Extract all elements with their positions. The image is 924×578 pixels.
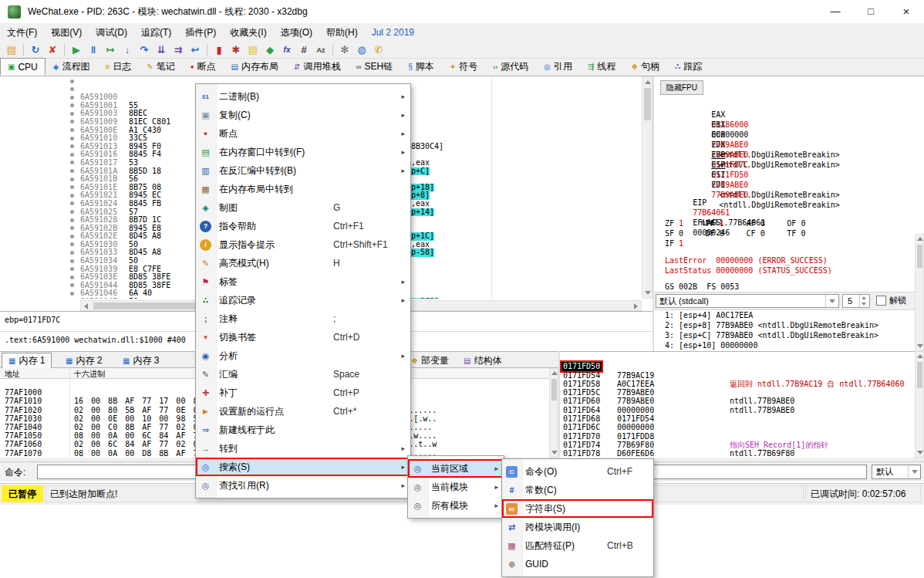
notes-toolbar-icon[interactable]: ▤: [244, 42, 261, 58]
context-menu-item[interactable]: i 显示指令提示 Ctrl+Shift+F1: [196, 235, 410, 254]
settings-gear-icon[interactable]: ✱: [228, 42, 244, 58]
unlock-checkbox[interactable]: 解锁: [876, 295, 906, 306]
menubar-item[interactable]: 插件(P): [178, 23, 223, 42]
tab-references[interactable]: ◎ 引用: [536, 58, 580, 76]
breakpoint-dot[interactable]: [70, 87, 74, 91]
submenu-item[interactable]: ▦ 匹配特征(P) Ctrl+B: [502, 536, 653, 555]
context-menu-item[interactable]: ◎ 查找引用(R) ▸: [196, 476, 410, 495]
stack-row[interactable]: 0171FD70 77B69F80 ntdll.77B69F80: [560, 423, 915, 431]
breakpoint-dot[interactable]: [70, 292, 74, 296]
maximize-button[interactable]: □: [853, 0, 889, 23]
menubar-item[interactable]: 调试(D): [89, 23, 134, 42]
cpu-flag[interactable]: SF 0: [665, 228, 703, 238]
arguments-vscrollbar[interactable]: [915, 234, 924, 351]
breakpoint-dot[interactable]: [70, 103, 74, 107]
tab-memory-2[interactable]: ▦ 内存 2: [59, 353, 109, 369]
breakpoint-dot[interactable]: [70, 144, 74, 148]
context-menu-item[interactable]: ▣ 复制(C) ▸: [196, 106, 410, 124]
call-argument-row[interactable]: 4: [esp+10] 00000000: [665, 340, 913, 350]
menubar-item[interactable]: 视图(V): [44, 23, 89, 42]
tab-memory-3[interactable]: ▦ 内存 3: [116, 353, 166, 369]
call-argument-row[interactable]: 3: [esp+C] 77B9ABE0 <ntdll.DbgUiRemoteBr…: [665, 330, 913, 340]
submenu-item[interactable]: az 字符串(S): [502, 499, 653, 518]
case-icon[interactable]: Az: [312, 42, 329, 58]
cpu-flag[interactable]: CF 0: [747, 228, 785, 238]
submenu-item[interactable]: # 常数(C): [502, 481, 653, 499]
stack-row[interactable]: 0171FD7C 0171FD8C: [560, 449, 915, 458]
tab-threads[interactable]: ⇶ 线程: [580, 58, 623, 76]
trace-into-icon[interactable]: ⇊: [153, 42, 170, 58]
pause-icon[interactable]: ‖: [85, 42, 102, 58]
breakpoint-dot[interactable]: [70, 259, 74, 263]
context-menu-item[interactable]: ● 断点 ▸: [196, 124, 410, 143]
context-menu-item[interactable]: ⇒ 新建线程于此: [196, 421, 410, 439]
context-menu-item[interactable]: ✚ 补丁 Ctrl+P: [196, 384, 410, 402]
tab-call-stack[interactable]: ⇵ 调用堆栈: [286, 58, 348, 76]
register-row[interactable]: EAX 01186000: [665, 100, 921, 110]
context-menu-item[interactable]: ✎ 高亮模式(H) H: [196, 254, 410, 272]
step-over-icon[interactable]: ↷: [136, 42, 153, 58]
restart-icon[interactable]: ↻: [27, 42, 44, 58]
menubar-item[interactable]: 收藏夹(I): [223, 23, 273, 42]
stack-row[interactable]: 0171FD78 00000000: [560, 441, 915, 449]
submenu-item[interactable]: ◎ 当前区域 ▸: [408, 459, 504, 478]
breakpoint-dot[interactable]: [70, 96, 74, 100]
cpu-flag[interactable]: TF 0: [787, 228, 825, 238]
hash-icon[interactable]: #: [295, 42, 312, 58]
breakpoint-dot[interactable]: [70, 194, 74, 198]
tab-struct[interactable]: ▤ 结构体: [457, 353, 508, 369]
tab-memory-1[interactable]: ▦ 内存 1: [2, 353, 52, 369]
tab-memory-map[interactable]: ▤ 内存布局: [224, 58, 286, 76]
tab-seh-chain[interactable]: ∞ SEH链: [348, 58, 400, 76]
tab-log[interactable]: ≡ 日志: [98, 58, 140, 76]
calling-convention-select[interactable]: 默认 (stdcall): [656, 294, 839, 308]
breakpoint-dot[interactable]: [70, 112, 74, 116]
stack-vscrollbar[interactable]: [915, 351, 924, 458]
context-menu-item[interactable]: ◉ 分析 ▸: [196, 346, 410, 365]
context-menu-item[interactable]: → 转到 ▸: [196, 439, 410, 458]
stack-row[interactable]: 0171FD58 77B9ABE0 ntdll.77B9ABE0: [560, 371, 915, 380]
tab-breakpoints[interactable]: ● 断点: [183, 58, 224, 76]
breakpoint-dot[interactable]: [70, 226, 74, 230]
call-argument-row[interactable]: 2: [esp+8] 77B9ABE0 <ntdll.DbgUiRemoteBr…: [665, 320, 913, 330]
command-mode-select[interactable]: 默认: [872, 465, 921, 479]
trace-over-icon[interactable]: ⇉: [170, 42, 187, 58]
context-menu-item[interactable]: ✎ 汇编 Space: [196, 365, 410, 384]
context-menu-item[interactable]: ◎ 搜索(S) ▸: [196, 458, 410, 476]
context-menu-item[interactable]: ▤ 在内存窗口中转到(F) ▸: [196, 143, 410, 161]
stack-row[interactable]: 0171FD50 77B9AC19 返回到 ntdll.77B9AC19 自 n…: [560, 353, 915, 362]
submenu-item[interactable]: ◎ 当前模块 ▸: [408, 478, 504, 496]
breakpoint-dot[interactable]: [70, 120, 74, 123]
execute-return-icon[interactable]: ↩: [187, 42, 204, 58]
breakpoint-dot[interactable]: [70, 283, 74, 287]
tab-locals[interactable]: ❖ 部变量: [404, 353, 456, 369]
menubar-item[interactable]: 追踪(T): [134, 23, 178, 42]
context-menu-item[interactable]: ▶ 设置新的运行点 Ctrl+*: [196, 402, 410, 421]
breakpoint-dot[interactable]: [70, 185, 74, 189]
breakpoint-dot[interactable]: [70, 153, 74, 157]
cpu-flag[interactable]: PF 1: [706, 218, 744, 228]
submenu-item[interactable]: ⊕ GUID: [502, 555, 653, 573]
breakpoint-dot[interactable]: [70, 210, 74, 214]
tab-script[interactable]: § 脚本: [400, 58, 442, 76]
menubar-item[interactable]: 选项(O): [274, 23, 319, 42]
globe-icon[interactable]: ◍: [353, 42, 370, 58]
breakpoint-dot[interactable]: [70, 267, 74, 271]
tab-cpu[interactable]: ▣ CPU: [0, 58, 46, 76]
stack-row[interactable]: 0171FD60 00000000: [560, 388, 915, 397]
memory-vscrollbar[interactable]: [549, 368, 558, 458]
tab-notes[interactable]: ✎ 笔记: [139, 58, 182, 76]
breakpoint-dot[interactable]: [70, 177, 74, 181]
fx-icon[interactable]: fx: [278, 42, 295, 58]
step-into-icon[interactable]: ↓: [119, 42, 136, 58]
breakpoint-dot[interactable]: [70, 161, 74, 164]
context-menu-item[interactable]: ; 注释 ;: [196, 309, 410, 328]
breakpoint-dot[interactable]: [70, 128, 74, 132]
context-menu-item[interactable]: ▦ 在内存布局中转到: [196, 180, 410, 198]
tab-graph[interactable]: ◈ 流程图: [46, 58, 98, 76]
cpu-flag[interactable]: ZF 1: [665, 218, 703, 228]
eip-row[interactable]: EIP 77B64061 ntdll.77B64061: [665, 188, 765, 198]
preferences-icon[interactable]: ✻: [336, 42, 353, 58]
close-button[interactable]: ×: [889, 0, 924, 23]
breakpoint-dot[interactable]: [70, 201, 74, 205]
